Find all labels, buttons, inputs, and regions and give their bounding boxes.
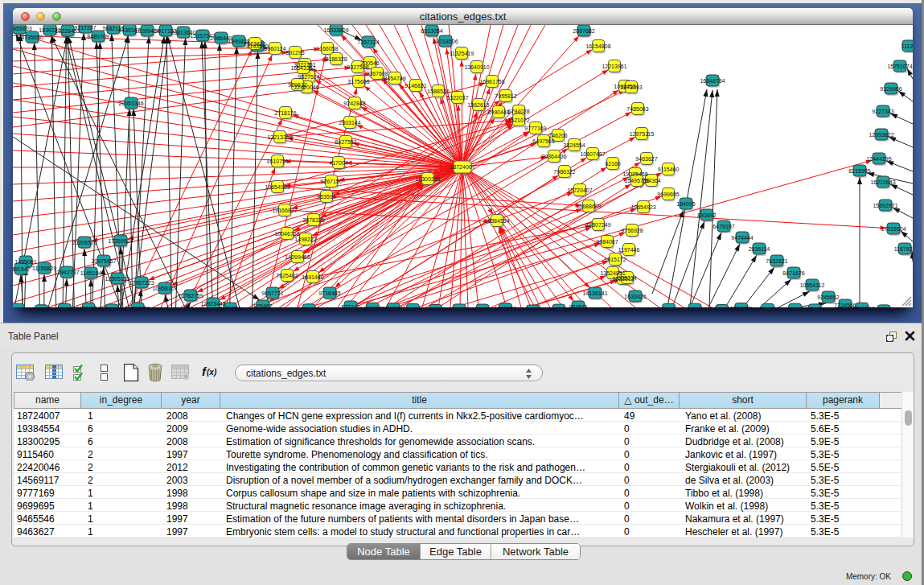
svg-text:9657771: 9657771 bbox=[261, 290, 283, 296]
svg-text:11325419: 11325419 bbox=[450, 51, 474, 56]
svg-text:20053346: 20053346 bbox=[118, 101, 143, 106]
svg-text:1890399: 1890399 bbox=[101, 307, 123, 307]
svg-text:20364436: 20364436 bbox=[541, 154, 566, 159]
svg-text:746206: 746206 bbox=[548, 133, 567, 138]
svg-text:10958107: 10958107 bbox=[152, 286, 177, 291]
svg-text:9217207: 9217207 bbox=[74, 25, 96, 31]
svg-text:164095: 164095 bbox=[676, 201, 695, 207]
svg-text:13748244: 13748244 bbox=[849, 306, 874, 307]
svg-text:2935114: 2935114 bbox=[749, 246, 770, 252]
svg-text:11124: 11124 bbox=[901, 43, 913, 49]
svg-text:3878335: 3878335 bbox=[302, 217, 324, 223]
svg-text:7663822: 7663822 bbox=[244, 41, 265, 47]
svg-text:8990448: 8990448 bbox=[487, 109, 509, 115]
svg-text:1166058: 1166058 bbox=[317, 46, 339, 51]
svg-text:12444195: 12444195 bbox=[866, 156, 891, 162]
svg-text:4112034: 4112034 bbox=[804, 307, 826, 307]
svg-text:6479197: 6479197 bbox=[713, 224, 734, 229]
svg-text:4429607: 4429607 bbox=[784, 307, 806, 307]
svg-text:9777169: 9777169 bbox=[524, 126, 546, 131]
svg-text:20206576: 20206576 bbox=[72, 240, 97, 245]
svg-text:8471676: 8471676 bbox=[782, 270, 804, 276]
svg-text:7632621: 7632621 bbox=[766, 258, 787, 264]
svg-text:1973493: 1973493 bbox=[620, 84, 642, 90]
svg-text:6794028: 6794028 bbox=[507, 109, 529, 114]
svg-text:9329966: 9329966 bbox=[880, 86, 901, 92]
svg-text:20772475: 20772475 bbox=[446, 307, 471, 307]
svg-text:8396759: 8396759 bbox=[402, 307, 424, 307]
svg-text:12093822: 12093822 bbox=[869, 132, 893, 138]
svg-text:1167533: 1167533 bbox=[894, 246, 913, 252]
svg-text:9115460: 9115460 bbox=[658, 167, 680, 172]
svg-text:1610755: 1610755 bbox=[266, 159, 288, 164]
svg-text:1218062: 1218062 bbox=[495, 306, 516, 307]
svg-text:2718176: 2718176 bbox=[274, 110, 296, 116]
svg-text:19832259: 19832259 bbox=[125, 306, 150, 307]
svg-text:10654112: 10654112 bbox=[800, 282, 825, 288]
svg-text:9084067: 9084067 bbox=[596, 239, 618, 245]
svg-text:16961758: 16961758 bbox=[479, 79, 504, 84]
svg-text:19654923: 19654923 bbox=[630, 204, 655, 210]
svg-text:16033809: 16033809 bbox=[323, 27, 348, 33]
svg-text:62160: 62160 bbox=[605, 161, 621, 167]
svg-text:20975657: 20975657 bbox=[91, 258, 116, 264]
svg-text:12294238: 12294238 bbox=[755, 307, 780, 307]
svg-text:7625402: 7625402 bbox=[276, 273, 298, 278]
svg-text:11156829: 11156829 bbox=[32, 266, 56, 271]
svg-text:976462: 976462 bbox=[253, 303, 272, 308]
svg-text:14099468: 14099468 bbox=[285, 254, 310, 260]
svg-text:12942737: 12942737 bbox=[54, 270, 79, 275]
svg-text:835214: 835214 bbox=[618, 275, 636, 281]
svg-text:17957223: 17957223 bbox=[129, 280, 154, 286]
svg-text:9242848: 9242848 bbox=[343, 101, 365, 106]
svg-text:1197446: 1197446 bbox=[618, 247, 640, 253]
svg-text:15692971: 15692971 bbox=[873, 203, 897, 208]
svg-text:2887682: 2887682 bbox=[573, 28, 594, 34]
svg-text:(x): (x) bbox=[207, 368, 217, 377]
svg-text:21200396: 21200396 bbox=[76, 306, 101, 307]
svg-text:7485063: 7485063 bbox=[626, 106, 648, 112]
svg-text:5322037: 5322037 bbox=[446, 95, 468, 101]
svg-text:8224730: 8224730 bbox=[730, 306, 752, 307]
svg-text:9827514: 9827514 bbox=[298, 74, 319, 80]
svg-text:19166827: 19166827 bbox=[272, 208, 297, 213]
svg-text:754364: 754364 bbox=[642, 178, 660, 183]
svg-text:10607487: 10607487 bbox=[580, 151, 605, 157]
svg-text:10323815: 10323815 bbox=[683, 307, 708, 307]
svg-text:22455603: 22455603 bbox=[13, 26, 32, 31]
svg-text:12505135: 12505135 bbox=[105, 276, 129, 282]
svg-text:8454749: 8454749 bbox=[384, 76, 405, 81]
svg-text:12975115: 12975115 bbox=[630, 131, 655, 137]
svg-text:1588520: 1588520 bbox=[427, 89, 449, 94]
svg-text:18724007: 18724007 bbox=[450, 164, 474, 170]
svg-text:16648784: 16648784 bbox=[700, 78, 725, 84]
svg-text:10334531: 10334531 bbox=[470, 307, 495, 308]
svg-text:3175685: 3175685 bbox=[347, 79, 369, 84]
svg-text:953594: 953594 bbox=[317, 194, 335, 200]
svg-text:22806503: 22806503 bbox=[297, 307, 322, 307]
svg-text:9245652: 9245652 bbox=[817, 295, 839, 300]
svg-text:18807249: 18807249 bbox=[585, 222, 610, 228]
svg-text:18300295: 18300295 bbox=[415, 176, 440, 182]
svg-text:8427552: 8427552 bbox=[335, 139, 356, 145]
svg-text:9146821: 9146821 bbox=[405, 83, 426, 89]
svg-text:15751074: 15751074 bbox=[887, 64, 912, 69]
svg-text:9756928: 9756928 bbox=[621, 228, 643, 233]
svg-text:8489709: 8489709 bbox=[87, 34, 109, 39]
svg-text:12213961: 12213961 bbox=[602, 64, 626, 69]
svg-text:19218506: 19218506 bbox=[433, 39, 458, 44]
svg-text:10046728: 10046728 bbox=[274, 231, 299, 237]
svg-text:1145194: 1145194 bbox=[80, 270, 102, 276]
svg-text:9716485: 9716485 bbox=[318, 290, 340, 296]
svg-text:12416912: 12416912 bbox=[656, 307, 681, 307]
svg-text:417004: 417004 bbox=[329, 160, 347, 166]
svg-text:8960124: 8960124 bbox=[264, 46, 285, 51]
svg-text:1615172: 1615172 bbox=[604, 257, 626, 262]
svg-text:16210643: 16210643 bbox=[870, 179, 895, 185]
svg-text:9474444: 9474444 bbox=[731, 235, 753, 241]
svg-text:7357224: 7357224 bbox=[357, 39, 379, 45]
svg-text:3824554: 3824554 bbox=[563, 142, 585, 148]
svg-text:873342: 873342 bbox=[341, 304, 359, 308]
svg-text:7986322: 7986322 bbox=[553, 169, 575, 175]
svg-text:8215955: 8215955 bbox=[848, 168, 870, 174]
